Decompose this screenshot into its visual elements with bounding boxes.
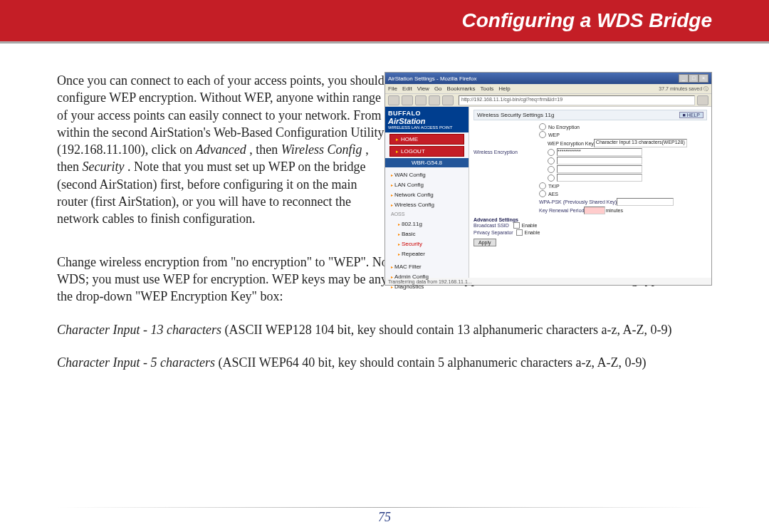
status-bar: Transferring data from 192.168.11.1... bbox=[388, 279, 472, 284]
page-content: Once you can connect to each of your acc… bbox=[0, 43, 769, 371]
nav-list2: MAC Filter Admin Config Diagnostics bbox=[385, 259, 469, 292]
emphasis-advanced: Advanced bbox=[196, 142, 246, 157]
nav-repeater[interactable]: Repeater bbox=[398, 249, 469, 259]
advanced-heading: Advanced Settings bbox=[474, 217, 707, 222]
radio-tkip[interactable] bbox=[539, 182, 546, 189]
key-input-3[interactable] bbox=[557, 165, 642, 173]
go-icon[interactable] bbox=[697, 95, 708, 105]
wep-key-select[interactable]: Character Input 13 characters(WEP128) bbox=[594, 139, 687, 147]
stop-icon[interactable] bbox=[429, 95, 440, 105]
nav-wan[interactable]: WAN Config bbox=[391, 170, 469, 180]
nav-network[interactable]: Network Config bbox=[391, 190, 469, 200]
page-number: 75 bbox=[0, 510, 769, 525]
window-titlebar: AirStation Settings - Mozilla Firefox _ … bbox=[385, 73, 711, 84]
nav-list: WAN Config LAN Config Network Config Wir… bbox=[385, 167, 469, 210]
brand-sub: WIRELESS LAN ACCESS POINT bbox=[388, 125, 466, 130]
nav-basic[interactable]: Basic bbox=[398, 229, 469, 239]
nav-80211g[interactable]: 802.11g bbox=[398, 219, 469, 229]
page-header: Configuring a WDS Bridge bbox=[0, 0, 769, 41]
brand-logo: BUFFALO AirStation WIRELESS LAN ACCESS P… bbox=[385, 107, 469, 132]
text: (ASCII WEP128 104 bit, key should contai… bbox=[221, 323, 672, 337]
enable-label: Enable bbox=[522, 223, 538, 228]
panel-title: Wireless Security Settings 11g bbox=[477, 112, 555, 118]
menu-edit[interactable]: Edit bbox=[402, 85, 412, 92]
footer-divider bbox=[57, 507, 712, 508]
rekey-unit: minutes bbox=[605, 208, 623, 213]
paragraph-4: Character Input - 5 characters (ASCII WE… bbox=[57, 354, 712, 371]
emphasis-5char: Character Input - 5 characters bbox=[57, 355, 215, 370]
logout-button[interactable]: LOGOUT bbox=[389, 146, 464, 157]
config-screenshot: AirStation Settings - Mozilla Firefox _ … bbox=[384, 72, 712, 286]
opt-wep: WEP bbox=[548, 132, 560, 137]
opt-aes: AES bbox=[548, 192, 558, 197]
help-button[interactable]: ■ HELP bbox=[679, 112, 703, 118]
window-title: AirStation Settings - Mozilla Firefox bbox=[388, 75, 477, 82]
menu-view[interactable]: View bbox=[417, 85, 429, 92]
key-radio-3[interactable] bbox=[548, 166, 555, 173]
security-form: No Encryption WEP WEP Encryption Key Cha… bbox=[474, 123, 707, 246]
radio-aes[interactable] bbox=[539, 190, 546, 197]
address-bar[interactable]: http://192.168.11.1/cgi-bin/cgi?req=frm&… bbox=[459, 95, 695, 105]
menu-help[interactable]: Help bbox=[498, 85, 510, 92]
opt-tkip: TKIP bbox=[548, 184, 560, 189]
page-body: BUFFALO AirStation WIRELESS LAN ACCESS P… bbox=[385, 107, 711, 278]
nav-group-aoss: AOSS bbox=[385, 210, 469, 217]
menu-file[interactable]: File bbox=[388, 85, 397, 92]
emphasis-13char: Character Input - 13 characters bbox=[57, 323, 221, 337]
panel-header: Wireless Security Settings 11g ■ HELP bbox=[474, 110, 707, 120]
menubar: File Edit View Go Bookmarks Tools Help 3… bbox=[385, 84, 711, 94]
nav-lan[interactable]: LAN Config bbox=[391, 180, 469, 190]
nav-wireless[interactable]: Wireless Config bbox=[391, 200, 469, 210]
close-icon[interactable]: × bbox=[699, 74, 708, 83]
menu-bookmarks[interactable]: Bookmarks bbox=[447, 85, 476, 92]
paragraph-1: Once you can connect to each of your acc… bbox=[57, 72, 384, 228]
wireless-encryption-label: Wireless Encryption bbox=[474, 150, 539, 155]
nav-security[interactable]: Security bbox=[398, 239, 469, 249]
key-input-2[interactable] bbox=[557, 157, 642, 165]
menu-tools[interactable]: Tools bbox=[481, 85, 494, 92]
sidebar: BUFFALO AirStation WIRELESS LAN ACCESS P… bbox=[385, 107, 469, 278]
opt-none: No Encryption bbox=[548, 125, 580, 130]
text: (ASCII WEP64 40 bit, key should contain … bbox=[215, 355, 647, 370]
apply-button[interactable]: Apply bbox=[474, 239, 496, 246]
saved-indicator: 37.7 minutes saved ⓘ bbox=[659, 85, 708, 93]
key-radio-1[interactable] bbox=[548, 149, 555, 156]
key-input-1[interactable]: ************ bbox=[557, 148, 642, 156]
paragraph-3: Character Input - 13 characters (ASCII W… bbox=[57, 321, 712, 338]
rekey-label: Key Renewal Period bbox=[539, 208, 584, 213]
rekey-input[interactable] bbox=[584, 207, 605, 214]
nav-macfilter[interactable]: MAC Filter bbox=[391, 262, 469, 272]
forward-icon[interactable] bbox=[402, 95, 413, 105]
reload-icon[interactable] bbox=[415, 95, 427, 105]
browser-toolbar: http://192.168.11.1/cgi-bin/cgi?req=frm&… bbox=[385, 94, 711, 107]
menu-go[interactable]: Go bbox=[434, 85, 442, 92]
main-panel: Wireless Security Settings 11g ■ HELP No… bbox=[469, 107, 711, 278]
radio-none[interactable] bbox=[539, 123, 546, 130]
enable-label2: Enable bbox=[525, 230, 540, 235]
wep-key-label: WEP Encryption Key bbox=[548, 141, 594, 146]
bssid-checkbox[interactable] bbox=[513, 222, 520, 229]
maximize-icon[interactable]: □ bbox=[689, 74, 699, 83]
brand-main: AirStation bbox=[388, 117, 466, 125]
nav-sublist: 802.11g Basic Security Repeater bbox=[385, 217, 469, 259]
page-title: Configuring a WDS Bridge bbox=[461, 9, 712, 32]
key-radio-4[interactable] bbox=[548, 174, 555, 182]
key-radio-2[interactable] bbox=[548, 157, 555, 165]
priv-label: Privacy Separator bbox=[474, 230, 513, 235]
opt-wpa: WPA-PSK (Previously Shared Key) bbox=[539, 199, 617, 204]
wpa-input[interactable] bbox=[617, 198, 674, 206]
home-button[interactable]: HOME bbox=[389, 134, 464, 145]
home-icon[interactable] bbox=[442, 95, 454, 105]
back-icon[interactable] bbox=[388, 95, 399, 105]
priv-checkbox[interactable] bbox=[516, 229, 523, 236]
emphasis-wireless-config: Wireless Config bbox=[281, 142, 362, 157]
brand-top: BUFFALO bbox=[388, 110, 466, 117]
minimize-icon[interactable]: _ bbox=[679, 74, 689, 83]
emphasis-security: Security bbox=[83, 160, 125, 174]
radio-wep[interactable] bbox=[539, 131, 546, 138]
bssid-label: Broadcast SSID bbox=[474, 223, 509, 228]
model-label: WBR-G54.8 bbox=[385, 158, 469, 167]
text: , then bbox=[249, 142, 281, 157]
key-input-4[interactable] bbox=[557, 174, 642, 182]
